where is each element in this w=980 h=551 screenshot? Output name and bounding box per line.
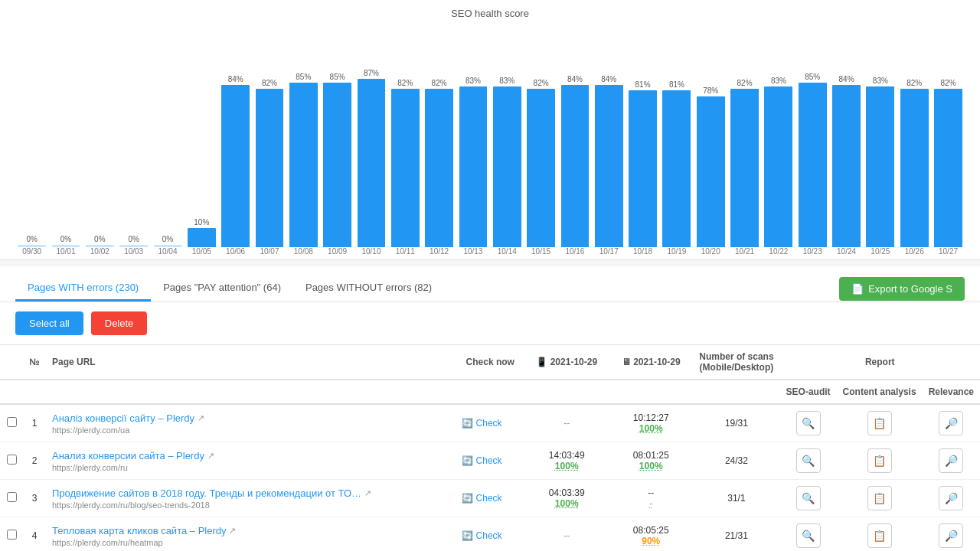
tab-pay-attention[interactable]: Pages "PAY attention" (64): [151, 276, 293, 302]
check-now-button[interactable]: 🔄 Check: [462, 530, 501, 541]
report-group-header: Report: [780, 345, 980, 380]
bar: [52, 245, 80, 247]
col-content-header: Content analysis: [837, 380, 923, 404]
tab-with-errors[interactable]: Pages WITH errors (230): [15, 276, 151, 302]
bar-label-top: 82%: [432, 79, 447, 87]
x-axis-label: 10/03: [117, 247, 150, 256]
x-axis-label: 10/24: [830, 247, 863, 256]
check-now-button[interactable]: 🔄 Check: [462, 418, 501, 429]
bar-col: 0%: [15, 48, 48, 247]
bar-col: 83%: [762, 48, 795, 247]
relevance-button[interactable]: 🔎: [939, 448, 963, 473]
bar-col: 84%: [219, 48, 252, 247]
relevance-button[interactable]: 🔎: [939, 523, 963, 548]
row-seo-audit-cell: 🔍: [780, 404, 837, 442]
relevance-button[interactable]: 🔎: [939, 411, 963, 435]
row-content-analysis-cell: 📋: [837, 404, 923, 442]
mobile-time: 14:03:49: [531, 450, 603, 461]
row-relevance-cell: 🔎: [923, 404, 980, 442]
bar: [934, 89, 962, 247]
row-number: 3: [23, 480, 46, 517]
row-url-link[interactable]: Продвижение сайтов в 2018 году. Тренды и…: [52, 487, 361, 499]
row-content-analysis-cell: 📋: [837, 480, 923, 517]
seo-audit-button[interactable]: 🔍: [796, 448, 821, 473]
row-url-link[interactable]: Аналіз конверсії сайту – Plerdy: [52, 412, 194, 424]
x-axis-label: 10/14: [491, 247, 524, 256]
bar-label-top: 85%: [296, 73, 311, 81]
row-url-link[interactable]: Тепловая карта кликов сайта – Plerdy: [52, 525, 226, 536]
bar-label-top: 82%: [534, 79, 549, 87]
seo-audit-button[interactable]: 🔍: [796, 411, 821, 435]
bar-label-top: 82%: [262, 79, 277, 87]
row-url-link[interactable]: Анализ конверсии сайта – Plerdy: [52, 450, 204, 461]
bar-col: 82%: [932, 48, 965, 247]
row-mobile-cell: --: [524, 517, 609, 552]
row-url-sub: https://plerdy.com/ua: [52, 425, 449, 435]
bar: [595, 85, 623, 247]
bar: [764, 86, 792, 247]
row-url-cell: Продвижение сайтов в 2018 году. Тренды и…: [46, 480, 456, 517]
desktop-pct: 100%: [639, 423, 663, 434]
seo-audit-button[interactable]: 🔍: [796, 523, 821, 548]
bar: [221, 85, 250, 247]
col-checknow-header: Check now: [456, 345, 524, 380]
bar: [900, 89, 929, 247]
table-row: 3Продвижение сайтов в 2018 году. Тренды …: [0, 480, 980, 517]
row-content-analysis-cell: 📋: [837, 517, 923, 552]
row-check-now-cell: 🔄 Check: [456, 517, 524, 552]
row-checkbox[interactable]: [7, 492, 17, 502]
x-axis-label: 10/07: [253, 247, 286, 256]
bar: [86, 245, 114, 247]
row-seo-audit-cell: 🔍: [780, 442, 837, 480]
bar-col: 0%: [117, 48, 150, 247]
desktop-time: 08:01:25: [615, 450, 687, 461]
table-row: 1Аналіз конверсії сайту – Plerdy↗https:/…: [0, 404, 980, 442]
check-now-button[interactable]: 🔄 Check: [462, 493, 501, 504]
tabs-section: Pages WITH errors (230)Pages "PAY attent…: [0, 266, 980, 302]
content-analysis-button[interactable]: 📋: [867, 411, 892, 435]
bar-label-top: 82%: [737, 79, 753, 87]
export-label: Export to Google S: [868, 283, 952, 295]
x-axis-label: 10/11: [389, 247, 422, 256]
bar-col: 82%: [728, 48, 761, 247]
row-check-now-cell: 🔄 Check: [456, 442, 524, 480]
bar-col: 83%: [864, 48, 897, 247]
bar-label-top: 82%: [397, 79, 413, 87]
bar: [391, 89, 420, 247]
content-analysis-button[interactable]: 📋: [867, 486, 892, 510]
x-axis-label: 10/01: [49, 247, 82, 256]
row-mobile-cell: 04:03:39100%: [524, 480, 609, 517]
export-button[interactable]: 📄 Export to Google S: [839, 277, 965, 301]
delete-button[interactable]: Delete: [91, 311, 148, 335]
row-checkbox[interactable]: [7, 417, 17, 427]
row-mobile-cell: 14:03:49100%: [524, 442, 609, 480]
bar-label-top: 0%: [60, 235, 71, 243]
col-seo-header: SEO-audit: [780, 380, 837, 404]
x-axis-label: 10/02: [83, 247, 116, 256]
row-number: 2: [23, 442, 46, 480]
select-all-button[interactable]: Select all: [15, 311, 83, 335]
content-analysis-button[interactable]: 📋: [867, 448, 892, 473]
row-checkbox[interactable]: [7, 530, 17, 540]
row-desktop-cell: ---: [609, 480, 693, 517]
bar-label-top: 83%: [499, 77, 514, 85]
content-analysis-button[interactable]: 📋: [867, 523, 892, 548]
tab-without-errors[interactable]: Pages WITHOUT errors (82): [293, 276, 444, 302]
seo-audit-button[interactable]: 🔍: [796, 486, 821, 510]
x-axis-label: 10/05: [185, 247, 218, 256]
check-now-button[interactable]: 🔄 Check: [462, 455, 501, 466]
row-url-cell: Тепловая карта кликов сайта – Plerdy↗htt…: [46, 517, 456, 552]
relevance-button[interactable]: 🔎: [939, 486, 963, 510]
row-checkbox[interactable]: [7, 455, 17, 465]
row-scans-cell: 21/31: [693, 517, 779, 552]
bar-col: 82%: [898, 48, 931, 247]
bar-col: 82%: [389, 48, 422, 247]
bar-col: 82%: [423, 48, 456, 247]
x-axis-label: 10/18: [626, 247, 659, 256]
bar-col: 84%: [593, 48, 626, 247]
bar-col: 85%: [321, 48, 354, 247]
bar-label-top: 10%: [194, 218, 209, 227]
bar-col: 87%: [354, 48, 387, 247]
mobile-dash: --: [564, 530, 570, 541]
row-seo-audit-cell: 🔍: [780, 517, 837, 552]
